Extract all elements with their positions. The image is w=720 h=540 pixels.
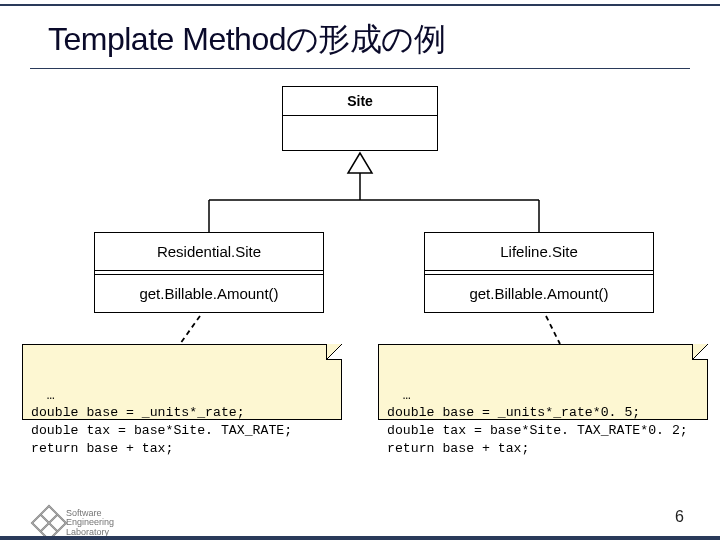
bottom-accent-bar (0, 536, 720, 540)
page-number: 6 (675, 508, 684, 526)
svg-line-5 (180, 316, 200, 344)
uml-parent-class: Site (282, 86, 438, 151)
uml-parent-body (283, 116, 437, 150)
uml-child-lifeline-name: Lifeline.Site (425, 233, 653, 271)
code-note-lifeline: … double base = _units*_rate*0. 5; doubl… (378, 344, 708, 420)
uml-child-residential: Residential.Site get.Billable.Amount() (94, 232, 324, 313)
svg-marker-0 (348, 153, 372, 173)
code-note-residential: … double base = _units*_rate; double tax… (22, 344, 342, 420)
uml-child-lifeline-method: get.Billable.Amount() (425, 275, 653, 312)
lab-grid-icon (31, 504, 68, 540)
uml-child-lifeline: Lifeline.Site get.Billable.Amount() (424, 232, 654, 313)
svg-line-6 (546, 316, 560, 344)
uml-parent-name: Site (283, 87, 437, 116)
slide-title: Template Methodの形成の例 (48, 18, 445, 62)
code-note-residential-text: … double base = _units*_rate; double tax… (31, 388, 292, 456)
uml-child-residential-method: get.Billable.Amount() (95, 275, 323, 312)
footer-lab-text: Software Engineering Laboratory (66, 509, 114, 537)
uml-child-residential-name: Residential.Site (95, 233, 323, 271)
note-fold-icon (326, 344, 342, 360)
top-accent-bar (0, 4, 720, 6)
note-fold-icon (692, 344, 708, 360)
title-underline (30, 68, 690, 69)
code-note-lifeline-text: … double base = _units*_rate*0. 5; doubl… (387, 388, 688, 456)
footer-lab-logo: Software Engineering Laboratory (36, 509, 114, 537)
